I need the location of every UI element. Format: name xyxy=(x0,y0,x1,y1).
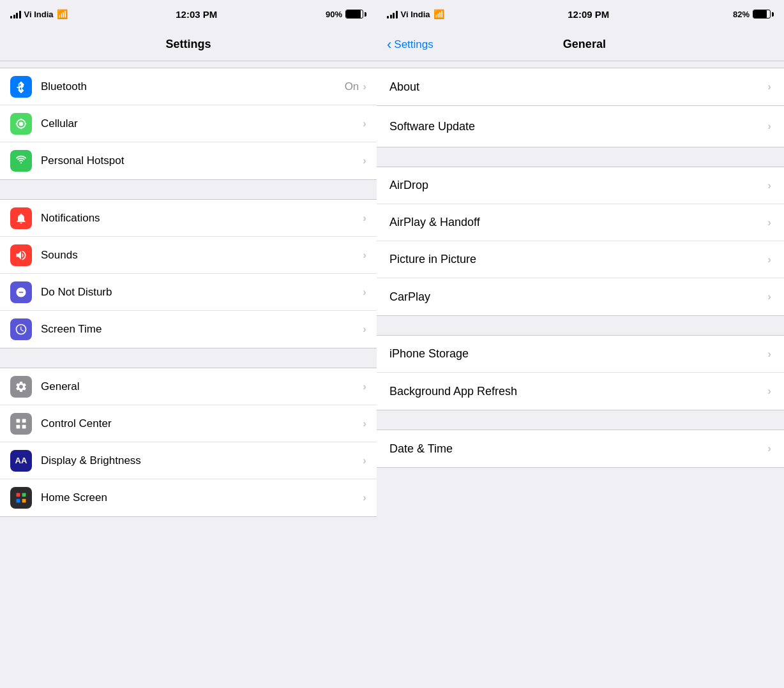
date-time-label: Date & Time xyxy=(389,442,767,456)
right-list-group-4: iPhone Storage › Background App Refresh … xyxy=(377,335,784,410)
battery-fill xyxy=(346,10,361,18)
list-item-sounds[interactable]: Sounds › xyxy=(0,237,377,274)
right-left-status: Vi India 📶 xyxy=(387,9,444,19)
list-item-airplay-handoff[interactable]: AirPlay & Handoff › xyxy=(377,204,784,241)
time-left: 12:03 PM xyxy=(176,9,217,20)
list-group-network: Bluetooth On › Cellular › xyxy=(0,68,377,180)
personal-hotspot-label: Personal Hotspot xyxy=(41,154,363,167)
notifications-chevron: › xyxy=(363,212,366,225)
list-item-do-not-disturb[interactable]: Do Not Disturb › xyxy=(0,274,377,311)
list-item-home-screen[interactable]: Home Screen › xyxy=(0,479,377,516)
right-gap-3 xyxy=(377,147,784,167)
sounds-chevron: › xyxy=(363,249,366,262)
status-bar-right: Vi India 📶 12:09 PM 82% xyxy=(377,0,784,28)
list-item-airdrop[interactable]: AirDrop › xyxy=(377,167,784,204)
carrier-right: Vi India xyxy=(401,10,430,19)
display-brightness-icon: AA xyxy=(10,450,32,472)
back-button[interactable]: ‹ Settings xyxy=(387,38,433,52)
list-item-iphone-storage[interactable]: iPhone Storage › xyxy=(377,336,784,373)
screen-time-chevron: › xyxy=(363,323,366,336)
screen-time-icon xyxy=(10,318,32,340)
display-brightness-label: Display & Brightness xyxy=(41,454,363,467)
list-item-bluetooth[interactable]: Bluetooth On › xyxy=(0,68,377,105)
svg-rect-6 xyxy=(17,493,20,497)
battery-pct-left: 90% xyxy=(326,10,342,19)
general-nav-title: General xyxy=(433,38,735,51)
control-center-label: Control Center xyxy=(41,417,363,430)
nav-bar-left: Settings xyxy=(0,28,377,61)
list-item-notifications[interactable]: Notifications › xyxy=(0,200,377,237)
list-item-about[interactable]: About › xyxy=(377,68,784,105)
list-item-date-time[interactable]: Date & Time › xyxy=(377,430,784,467)
list-item-general[interactable]: General › xyxy=(0,368,377,405)
right-gap-1 xyxy=(377,61,784,68)
right-right-status: 82% xyxy=(733,10,774,19)
list-item-carplay[interactable]: CarPlay › xyxy=(377,278,784,315)
right-gap-5 xyxy=(377,410,784,430)
svg-rect-7 xyxy=(22,493,26,497)
general-chevron: › xyxy=(363,380,366,393)
home-screen-icon xyxy=(10,487,32,509)
nav-bar-right: ‹ Settings General xyxy=(377,28,784,61)
home-screen-chevron: › xyxy=(363,491,366,504)
bluetooth-chevron: › xyxy=(363,80,366,93)
do-not-disturb-chevron: › xyxy=(363,286,366,299)
iphone-storage-chevron: › xyxy=(767,348,771,361)
airplay-handoff-label: AirPlay & Handoff xyxy=(389,216,767,229)
gap-2 xyxy=(0,180,377,199)
about-label: About xyxy=(389,80,767,94)
personal-hotspot-icon xyxy=(10,150,32,172)
signal-bar-4 xyxy=(19,11,21,19)
bluetooth-label: Bluetooth xyxy=(41,80,345,93)
battery-fill-right xyxy=(753,10,767,18)
wifi-icon-left: 📶 xyxy=(57,9,68,19)
bluetooth-value: On xyxy=(345,80,359,93)
right-panel: Vi India 📶 12:09 PM 82% ‹ Settings Gener… xyxy=(377,0,784,688)
list-item-background-app-refresh[interactable]: Background App Refresh › xyxy=(377,373,784,410)
do-not-disturb-label: Do Not Disturb xyxy=(41,286,363,299)
general-label: General xyxy=(41,380,363,393)
right-list-group-5: Date & Time › xyxy=(377,430,784,468)
about-chevron: › xyxy=(767,80,771,93)
list-item-screen-time[interactable]: Screen Time › xyxy=(0,311,377,348)
carrier-left: Vi India xyxy=(24,10,54,19)
sounds-icon xyxy=(10,244,32,266)
battery-tip xyxy=(365,12,366,17)
background-app-refresh-chevron: › xyxy=(767,385,771,398)
list-item-display-brightness[interactable]: AA Display & Brightness › xyxy=(0,442,377,479)
svg-rect-2 xyxy=(17,419,20,423)
list-item-picture-in-picture[interactable]: Picture in Picture › xyxy=(377,241,784,278)
bottom-padding-right xyxy=(377,468,784,493)
list-item-control-center[interactable]: Control Center › xyxy=(0,405,377,442)
cellular-label: Cellular xyxy=(41,117,363,130)
bottom-padding-left xyxy=(0,517,377,542)
right-list-group-3: AirDrop › AirPlay & Handoff › Picture in… xyxy=(377,167,784,316)
airdrop-label: AirDrop xyxy=(389,179,767,192)
do-not-disturb-icon xyxy=(10,281,32,303)
wifi-icon-right: 📶 xyxy=(433,9,444,19)
airplay-handoff-chevron: › xyxy=(767,216,771,229)
software-update-chevron: › xyxy=(767,120,771,133)
list-group-general: General › Control Center › xyxy=(0,368,377,517)
carplay-label: CarPlay xyxy=(389,290,767,304)
control-center-icon xyxy=(10,413,32,435)
home-screen-label: Home Screen xyxy=(41,491,363,504)
list-item-cellular[interactable]: Cellular › xyxy=(0,105,377,142)
settings-title: Settings xyxy=(165,38,211,51)
right-status-left: 90% xyxy=(326,10,366,19)
picture-in-picture-label: Picture in Picture xyxy=(389,253,767,266)
iphone-storage-label: iPhone Storage xyxy=(389,347,767,361)
signal-bars xyxy=(10,10,21,19)
battery-pct-right: 82% xyxy=(733,10,750,19)
back-label: Settings xyxy=(394,38,433,51)
display-brightness-chevron: › xyxy=(363,454,366,467)
battery-right xyxy=(753,10,774,19)
left-scroll-area[interactable]: Bluetooth On › Cellular › xyxy=(0,61,377,688)
list-item-software-update[interactable]: Software Update › xyxy=(377,106,784,147)
date-time-chevron: › xyxy=(767,442,771,455)
list-item-personal-hotspot[interactable]: Personal Hotspot › xyxy=(0,142,377,179)
signal-bars-right xyxy=(387,10,398,19)
right-scroll-area[interactable]: About › Software Update › AirDrop › AirP… xyxy=(377,61,784,688)
back-chevron-icon: ‹ xyxy=(387,38,391,52)
right-gap-4 xyxy=(377,316,784,335)
